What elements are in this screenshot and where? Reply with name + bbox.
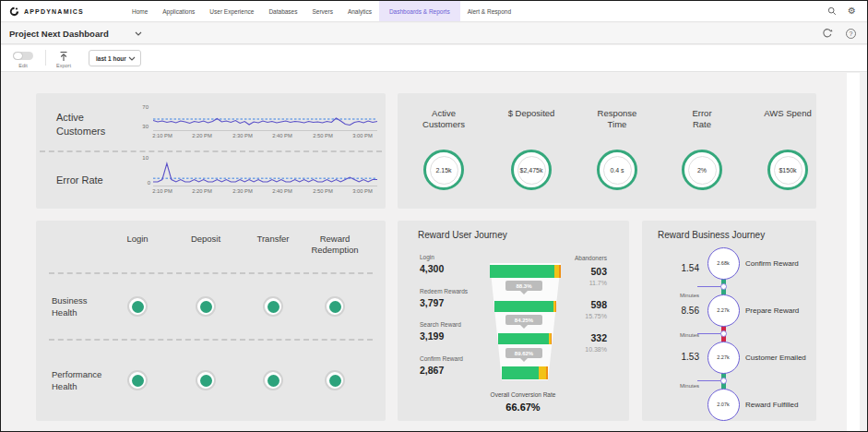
status-dot-business-transfer (263, 296, 283, 317)
dashboard-title-bar: Project Next Dashboard ? (1, 23, 867, 44)
x-tick: 2:50 PM (306, 133, 339, 138)
nav-item-databases[interactable]: Databases (261, 1, 304, 21)
conversion-badge: 89.62% (505, 348, 542, 358)
y-axis-min-tick: 0 (134, 180, 150, 186)
flow-step-value: 2.07k (717, 402, 729, 407)
kpi-value: 2% (697, 167, 707, 174)
kpi-label: AWS Spend (746, 108, 816, 119)
top-navbar: APPDYNAMICS Home Applications User Exper… (1, 1, 867, 22)
edit-toggle[interactable] (13, 52, 33, 60)
kpi-value: 0.4 s (610, 167, 624, 174)
matrix-column-reward-redemption: Reward Redemption (300, 234, 370, 257)
matrix-column-login: Login (102, 234, 172, 245)
kpi-active-customers: Active Customers 2.15k (402, 93, 485, 209)
app-window: APPDYNAMICS Home Applications User Exper… (0, 0, 868, 432)
appdynamics-logo[interactable]: APPDYNAMICS (9, 6, 84, 17)
nav-item-home[interactable]: Home (125, 1, 155, 21)
funnel-bar (490, 265, 561, 278)
nav-item-user-experience[interactable]: User Experience (202, 1, 261, 21)
status-dot-business-deposit (196, 296, 216, 317)
flow-step-value: 2.27k (717, 307, 729, 313)
kpi-gauge-ring: $2,475k (511, 150, 552, 190)
funnel-stage-value: 2,867 (420, 365, 444, 376)
nav-item-alert-respond[interactable]: Alert & Respond (460, 1, 518, 21)
nav-item-servers[interactable]: Servers (304, 1, 339, 21)
funnel-stage-value: 4,300 (420, 263, 444, 274)
funnel-stage-label: Search Reward (420, 321, 461, 328)
dashboard-title-chevron-down-icon[interactable] (135, 31, 142, 36)
edit-toggle-knob[interactable] (13, 52, 23, 60)
nav-item-applications[interactable]: Applications (155, 1, 202, 21)
reward-user-journey-panel: Reward User Journey Login 4,300 Redeem R… (398, 221, 629, 421)
funnel-stage-label: Confirm Reward (420, 355, 463, 362)
trend-charts-panel: Active Customers 70 30 2:10 PM 2:20 PM 2… (36, 93, 386, 209)
flow-tick-line (697, 286, 721, 287)
dashboard-toolbar: Edit Export last 1 hour (1, 45, 867, 72)
kpi-gauge-ring: 0.4 s (597, 150, 637, 190)
kpi-label: Active Customers (402, 108, 485, 131)
health-matrix-panel: Login Deposit Transfer Reward Redemption… (36, 221, 386, 421)
scrollbar[interactable] (847, 73, 860, 432)
flow-midpoint-node (720, 283, 727, 290)
search-icon[interactable] (827, 6, 837, 16)
abandoners-count: 503 (590, 266, 607, 277)
kpi-label: Response Time (576, 108, 659, 131)
conversion-badge: 84.25% (505, 315, 542, 325)
export-button[interactable] (58, 51, 69, 62)
time-range-value: last 1 hour (96, 55, 126, 62)
gear-icon[interactable]: ⚙ (848, 6, 856, 16)
time-range-chevron-down-icon (128, 56, 136, 61)
abandoners-count: 598 (590, 299, 607, 310)
transition-time: 8.56 (659, 306, 699, 316)
x-axis-line (153, 130, 377, 131)
appdynamics-logo-icon (9, 6, 19, 17)
active-customers-sparkline-chart (153, 109, 377, 130)
nav-item-analytics[interactable]: Analytics (340, 1, 379, 21)
toolbar-divider (45, 50, 46, 66)
status-dot-performance-deposit (196, 370, 216, 390)
kpi-label: $ Deposited (490, 108, 573, 119)
flow-step-label: Customer Emailed (745, 354, 806, 362)
kpi-gauge-ring: $150k (767, 150, 808, 190)
kpi-panel: Active Customers 2.15k $ Deposited $2,47… (398, 93, 816, 209)
kpi-value: 2.15k (435, 167, 451, 174)
nav-item-dashboards-reports[interactable]: Dashboards & Reports (379, 1, 460, 21)
panel-divider (40, 150, 382, 152)
x-tick: 2:30 PM (226, 133, 259, 138)
x-tick: 2:10 PM (146, 188, 179, 194)
x-tick: 2:10 PM (146, 133, 179, 138)
time-range-select[interactable]: last 1 hour (89, 50, 141, 66)
flow-step-label: Reward Fulfilled (745, 401, 798, 409)
transition-time: 1.53 (659, 352, 699, 362)
refresh-icon[interactable] (822, 28, 833, 39)
kpi-value: $150k (779, 167, 796, 174)
kpi-label: Error Rate (660, 108, 743, 131)
flow-step-label: Confirm Reward (745, 259, 799, 268)
overall-conversion-value: 66.67% (431, 402, 615, 413)
kpi-aws-spend: AWS Spend $150k (746, 93, 816, 209)
kpi-inner-ring: $2,475k (517, 156, 546, 185)
x-tick: 2:20 PM (185, 188, 219, 194)
status-dot-business-login (127, 296, 148, 317)
kpi-inner-ring: 2.15k (430, 156, 458, 185)
matrix-row-business-health: Business Health (52, 295, 113, 319)
funnel-stage-value: 3,797 (420, 297, 444, 308)
kpi-error-rate: Error Rate 2% (660, 93, 743, 209)
kpi-value: $2,475k (520, 167, 543, 174)
funnel-bar (494, 301, 556, 312)
flow-step-label: Prepare Reward (745, 306, 799, 315)
kpi-inner-ring: $150k (774, 156, 803, 185)
x-tick: 2:50 PM (306, 188, 339, 194)
reward-business-journey-panel: Reward Business Journey 2.68k 2.27k 2.27… (642, 221, 816, 421)
flow-step-circle: 2.07k (707, 389, 740, 421)
kpi-gauge-ring: 2% (682, 150, 722, 190)
y-axis-min-tick: 30 (132, 124, 149, 129)
edit-toggle-label: Edit (8, 63, 38, 68)
navbar-right-icons: ⚙ (827, 6, 856, 16)
abandoners-header: Abandoners (575, 255, 607, 261)
matrix-row-performance-health: Performance Health (52, 369, 113, 393)
x-tick: 2:30 PM (226, 188, 259, 194)
help-icon[interactable]: ? (846, 29, 856, 39)
abandoners-percent: 11.7% (589, 280, 607, 286)
y-axis-max-tick: 70 (132, 104, 149, 110)
